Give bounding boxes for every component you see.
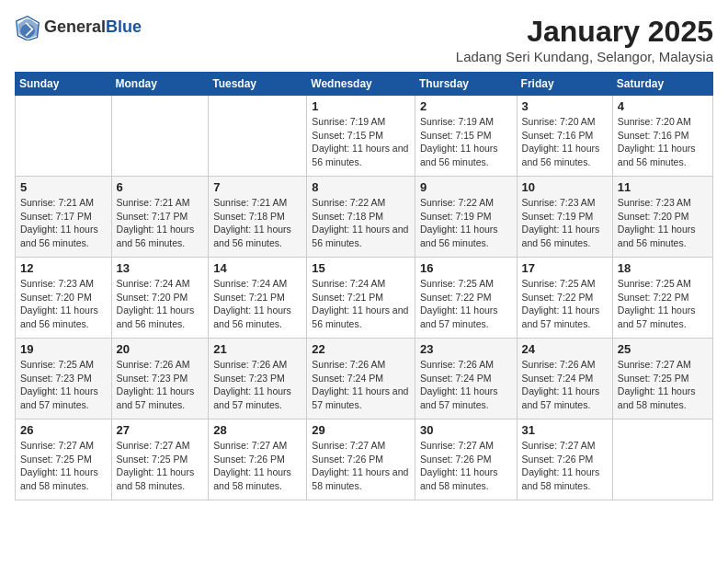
calendar-week-row: 5Sunrise: 7:21 AM Sunset: 7:17 PM Daylig…	[16, 177, 713, 258]
day-info: Sunrise: 7:21 AM Sunset: 7:17 PM Dayligh…	[20, 196, 107, 250]
day-info: Sunrise: 7:27 AM Sunset: 7:25 PM Dayligh…	[618, 358, 708, 412]
calendar-cell: 6Sunrise: 7:21 AM Sunset: 7:17 PM Daylig…	[111, 177, 209, 258]
day-info: Sunrise: 7:26 AM Sunset: 7:24 PM Dayligh…	[420, 358, 512, 412]
logo-icon	[15, 15, 40, 40]
day-info: Sunrise: 7:23 AM Sunset: 7:19 PM Dayligh…	[522, 196, 608, 250]
calendar-cell: 29Sunrise: 7:27 AM Sunset: 7:26 PM Dayli…	[307, 419, 415, 500]
day-info: Sunrise: 7:27 AM Sunset: 7:26 PM Dayligh…	[522, 439, 608, 493]
calendar-title: January 2025	[456, 15, 713, 49]
day-number: 7	[213, 180, 301, 194]
day-number: 24	[522, 342, 608, 356]
day-number: 10	[522, 180, 608, 194]
calendar-subtitle: Ladang Seri Kundang, Selangor, Malaysia	[456, 49, 713, 64]
title-area: January 2025 Ladang Seri Kundang, Selang…	[456, 15, 713, 64]
calendar-cell: 31Sunrise: 7:27 AM Sunset: 7:26 PM Dayli…	[517, 419, 612, 500]
column-header-sunday: Sunday	[16, 73, 112, 96]
day-number: 14	[213, 261, 301, 275]
day-info: Sunrise: 7:27 AM Sunset: 7:26 PM Dayligh…	[420, 439, 512, 493]
calendar-cell: 10Sunrise: 7:23 AM Sunset: 7:19 PM Dayli…	[517, 177, 612, 258]
calendar-week-row: 19Sunrise: 7:25 AM Sunset: 7:23 PM Dayli…	[16, 339, 713, 419]
calendar-cell	[612, 419, 712, 500]
day-info: Sunrise: 7:27 AM Sunset: 7:26 PM Dayligh…	[213, 439, 301, 493]
calendar-cell: 25Sunrise: 7:27 AM Sunset: 7:25 PM Dayli…	[612, 339, 712, 419]
day-number: 2	[420, 99, 512, 113]
day-number: 11	[618, 180, 708, 194]
day-number: 6	[117, 180, 204, 194]
calendar-header-row: SundayMondayTuesdayWednesdayThursdayFrid…	[16, 73, 713, 96]
calendar-cell: 30Sunrise: 7:27 AM Sunset: 7:26 PM Dayli…	[415, 419, 517, 500]
day-info: Sunrise: 7:20 AM Sunset: 7:16 PM Dayligh…	[522, 115, 608, 169]
column-header-friday: Friday	[517, 73, 612, 96]
calendar-cell	[16, 96, 112, 177]
day-info: Sunrise: 7:27 AM Sunset: 7:25 PM Dayligh…	[117, 439, 204, 493]
day-info: Sunrise: 7:22 AM Sunset: 7:18 PM Dayligh…	[312, 196, 410, 250]
calendar-cell: 12Sunrise: 7:23 AM Sunset: 7:20 PM Dayli…	[16, 258, 112, 339]
day-info: Sunrise: 7:24 AM Sunset: 7:21 PM Dayligh…	[312, 277, 410, 331]
day-info: Sunrise: 7:19 AM Sunset: 7:15 PM Dayligh…	[312, 115, 410, 169]
logo-text: General Blue	[44, 18, 142, 37]
column-header-wednesday: Wednesday	[307, 73, 415, 96]
day-info: Sunrise: 7:22 AM Sunset: 7:19 PM Dayligh…	[420, 196, 512, 250]
day-number: 26	[20, 423, 107, 437]
day-info: Sunrise: 7:27 AM Sunset: 7:25 PM Dayligh…	[20, 439, 107, 493]
day-info: Sunrise: 7:19 AM Sunset: 7:15 PM Dayligh…	[420, 115, 512, 169]
calendar-table: SundayMondayTuesdayWednesdayThursdayFrid…	[15, 72, 713, 500]
calendar-cell: 4Sunrise: 7:20 AM Sunset: 7:16 PM Daylig…	[612, 96, 712, 177]
calendar-cell: 9Sunrise: 7:22 AM Sunset: 7:19 PM Daylig…	[415, 177, 517, 258]
day-number: 22	[312, 342, 410, 356]
column-header-thursday: Thursday	[415, 73, 517, 96]
day-number: 13	[117, 261, 204, 275]
calendar-cell: 2Sunrise: 7:19 AM Sunset: 7:15 PM Daylig…	[415, 96, 517, 177]
day-number: 27	[117, 423, 204, 437]
day-number: 12	[20, 261, 107, 275]
calendar-cell: 18Sunrise: 7:25 AM Sunset: 7:22 PM Dayli…	[612, 258, 712, 339]
day-info: Sunrise: 7:23 AM Sunset: 7:20 PM Dayligh…	[20, 277, 107, 331]
calendar-cell: 14Sunrise: 7:24 AM Sunset: 7:21 PM Dayli…	[209, 258, 307, 339]
day-info: Sunrise: 7:24 AM Sunset: 7:20 PM Dayligh…	[117, 277, 204, 331]
calendar-cell: 8Sunrise: 7:22 AM Sunset: 7:18 PM Daylig…	[307, 177, 415, 258]
day-info: Sunrise: 7:21 AM Sunset: 7:18 PM Dayligh…	[213, 196, 301, 250]
day-number: 8	[312, 180, 410, 194]
logo: General Blue	[15, 15, 142, 40]
day-number: 30	[420, 423, 512, 437]
calendar-cell: 3Sunrise: 7:20 AM Sunset: 7:16 PM Daylig…	[517, 96, 612, 177]
calendar-cell	[209, 96, 307, 177]
day-number: 9	[420, 180, 512, 194]
day-number: 5	[20, 180, 107, 194]
day-number: 15	[312, 261, 410, 275]
day-info: Sunrise: 7:26 AM Sunset: 7:24 PM Dayligh…	[522, 358, 608, 412]
calendar-cell: 22Sunrise: 7:26 AM Sunset: 7:24 PM Dayli…	[307, 339, 415, 419]
calendar-cell: 5Sunrise: 7:21 AM Sunset: 7:17 PM Daylig…	[16, 177, 112, 258]
calendar-cell: 1Sunrise: 7:19 AM Sunset: 7:15 PM Daylig…	[307, 96, 415, 177]
day-number: 17	[522, 261, 608, 275]
calendar-cell: 24Sunrise: 7:26 AM Sunset: 7:24 PM Dayli…	[517, 339, 612, 419]
day-number: 28	[213, 423, 301, 437]
day-info: Sunrise: 7:27 AM Sunset: 7:26 PM Dayligh…	[312, 439, 410, 493]
calendar-cell: 17Sunrise: 7:25 AM Sunset: 7:22 PM Dayli…	[517, 258, 612, 339]
page-header: General Blue January 2025 Ladang Seri Ku…	[15, 15, 713, 64]
calendar-cell: 15Sunrise: 7:24 AM Sunset: 7:21 PM Dayli…	[307, 258, 415, 339]
day-number: 23	[420, 342, 512, 356]
day-info: Sunrise: 7:26 AM Sunset: 7:23 PM Dayligh…	[117, 358, 204, 412]
calendar-cell: 27Sunrise: 7:27 AM Sunset: 7:25 PM Dayli…	[111, 419, 209, 500]
calendar-cell: 21Sunrise: 7:26 AM Sunset: 7:23 PM Dayli…	[209, 339, 307, 419]
column-header-saturday: Saturday	[612, 73, 712, 96]
calendar-cell: 7Sunrise: 7:21 AM Sunset: 7:18 PM Daylig…	[209, 177, 307, 258]
day-info: Sunrise: 7:26 AM Sunset: 7:23 PM Dayligh…	[213, 358, 301, 412]
day-info: Sunrise: 7:21 AM Sunset: 7:17 PM Dayligh…	[117, 196, 204, 250]
column-header-tuesday: Tuesday	[209, 73, 307, 96]
day-number: 3	[522, 99, 608, 113]
calendar-cell: 26Sunrise: 7:27 AM Sunset: 7:25 PM Dayli…	[16, 419, 112, 500]
day-info: Sunrise: 7:25 AM Sunset: 7:22 PM Dayligh…	[420, 277, 512, 331]
day-number: 19	[20, 342, 107, 356]
day-info: Sunrise: 7:25 AM Sunset: 7:22 PM Dayligh…	[618, 277, 708, 331]
calendar-cell: 16Sunrise: 7:25 AM Sunset: 7:22 PM Dayli…	[415, 258, 517, 339]
day-info: Sunrise: 7:25 AM Sunset: 7:23 PM Dayligh…	[20, 358, 107, 412]
day-number: 31	[522, 423, 608, 437]
column-header-monday: Monday	[111, 73, 209, 96]
day-info: Sunrise: 7:20 AM Sunset: 7:16 PM Dayligh…	[618, 115, 708, 169]
day-number: 18	[618, 261, 708, 275]
day-number: 16	[420, 261, 512, 275]
calendar-cell: 11Sunrise: 7:23 AM Sunset: 7:20 PM Dayli…	[612, 177, 712, 258]
calendar-cell: 28Sunrise: 7:27 AM Sunset: 7:26 PM Dayli…	[209, 419, 307, 500]
